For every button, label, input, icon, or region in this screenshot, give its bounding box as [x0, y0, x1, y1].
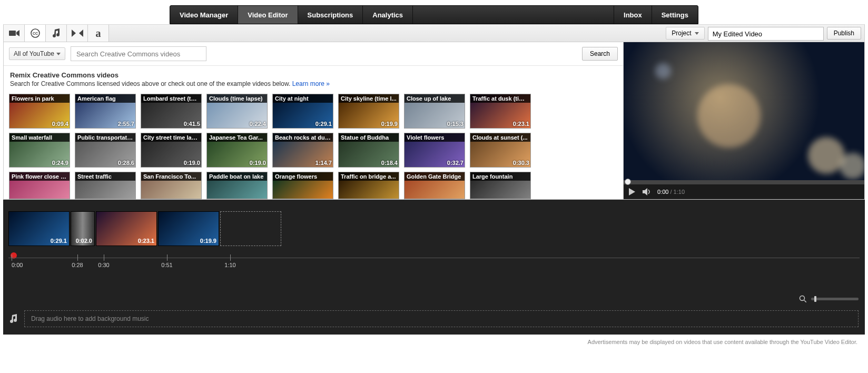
video-thumb[interactable]: City skyline (time l...0:19.9 — [338, 94, 399, 129]
thumb-title: City at night — [273, 94, 333, 103]
clip-duration: 0:29.1 — [51, 238, 67, 244]
video-thumb[interactable]: Flowers in park0:09.4 — [9, 94, 70, 129]
thumb-title: City street time lapse — [141, 133, 201, 142]
thumb-duration: 0:19.0 — [184, 160, 200, 166]
search-button[interactable]: Search — [582, 47, 618, 61]
video-thumb[interactable]: Small waterfall0:24.9 — [9, 133, 70, 168]
search-input[interactable] — [71, 46, 206, 61]
ruler-label: 0:30 — [98, 262, 109, 268]
nav-video-editor[interactable]: Video Editor — [238, 6, 298, 24]
video-thumb[interactable]: Street traffic — [75, 172, 136, 199]
my-videos-tab[interactable] — [4, 25, 25, 42]
video-thumb[interactable]: Golden Gate Bridge — [404, 172, 465, 199]
thumb-title: Traffic on bridge a... — [339, 172, 399, 181]
clip-duration: 0:19.9 — [200, 238, 216, 244]
transitions-tab[interactable] — [67, 25, 88, 42]
thumb-duration: 0:22.4 — [250, 121, 266, 127]
preview-video[interactable] — [624, 42, 864, 180]
thumb-title: San Francisco To... — [141, 172, 201, 181]
audio-tab[interactable] — [46, 25, 67, 42]
video-thumb[interactable]: Japanese Tea Gar...0:19.0 — [206, 133, 268, 168]
thumb-duration: 0:18.4 — [381, 160, 398, 166]
thumb-duration: 0:29.1 — [315, 121, 332, 127]
preview-scrubber[interactable] — [624, 180, 864, 184]
thumb-title: City skyline (time l... — [339, 94, 399, 103]
video-thumb[interactable]: Pink flower close up — [9, 172, 70, 199]
thumb-title: Lombard street (th... — [141, 94, 201, 103]
video-thumb[interactable]: City at night0:29.1 — [272, 94, 333, 129]
timeline-clip[interactable]: 0:29.1 — [8, 211, 70, 246]
timeline: 0:29.10:02.00:23.10:19.9 0:000:280:300:5… — [3, 200, 865, 335]
video-thumb[interactable]: Large fountain — [470, 172, 531, 199]
filter-label: All of YouTube — [14, 50, 54, 57]
project-title-input[interactable] — [708, 27, 824, 41]
video-thumb[interactable]: San Francisco To... — [141, 172, 202, 199]
learn-more-link[interactable]: Learn more » — [292, 80, 330, 87]
video-thumb[interactable]: Traffic at dusk (tim...0:23.1 — [470, 94, 531, 129]
thumb-title: Golden Gate Bridge — [405, 172, 465, 181]
clip-duration: 0:23.1 — [138, 238, 154, 244]
ruler-tick — [230, 254, 231, 261]
source-filter-dropdown[interactable]: All of YouTube — [9, 47, 65, 60]
nav-settings[interactable]: Settings — [652, 6, 698, 24]
ruler-label: 0:28 — [72, 262, 83, 268]
video-thumb[interactable]: Lombard street (th...0:41.5 — [141, 94, 202, 129]
clip-duration: 0:02.0 — [76, 238, 92, 244]
video-thumb[interactable]: Paddle boat on lake — [206, 172, 268, 199]
scrub-handle[interactable] — [625, 179, 631, 185]
thumb-title: Flowers in park — [9, 94, 70, 103]
video-thumb[interactable]: Clouds at sunset (...0:30.3 — [470, 133, 531, 168]
nav-subscriptions[interactable]: Subscriptions — [298, 6, 363, 24]
browser-pane: All of YouTube Search Remix Creative Com… — [3, 42, 624, 200]
timeline-ruler[interactable]: 0:000:280:300:511:10 — [8, 252, 860, 270]
timeline-clip[interactable]: 0:23.1 — [96, 211, 157, 246]
clip-drop-slot[interactable] — [220, 211, 281, 246]
thumb-title: Orange flowers — [273, 172, 333, 181]
caret-down-icon — [56, 53, 61, 55]
ruler-label: 1:10 — [224, 262, 235, 268]
thumb-duration: 0:41.5 — [184, 121, 200, 127]
video-thumb[interactable]: American flag2:55.7 — [75, 94, 136, 129]
video-track[interactable]: 0:29.10:02.00:23.10:19.9 — [3, 200, 865, 249]
thumb-title: Public transportation — [75, 133, 135, 142]
project-dropdown[interactable]: Project — [666, 27, 704, 40]
thumb-title: Violet flowers — [405, 133, 465, 142]
ruler-label: 0:51 — [161, 262, 172, 268]
timeline-clip[interactable]: 0:19.9 — [158, 211, 219, 246]
video-thumb[interactable]: Close up of lake0:15.3 — [404, 94, 465, 129]
thumb-title: Japanese Tea Gar... — [207, 133, 267, 142]
video-thumb[interactable]: Orange flowers — [272, 172, 333, 199]
audio-drop-zone[interactable]: Drag audio here to add background music — [24, 310, 859, 327]
thumb-title: Pink flower close up — [9, 172, 70, 181]
transition-clip[interactable]: 0:02.0 — [71, 211, 95, 246]
cc-videos-tab[interactable]: CC — [25, 25, 46, 42]
editor-toolbar: CC a Project Publish — [3, 24, 865, 42]
ruler-label: 0:00 — [12, 262, 23, 268]
play-button[interactable] — [628, 188, 636, 196]
thumb-title: Clouds at sunset (... — [470, 133, 530, 142]
video-thumb[interactable]: City street time lapse0:19.0 — [141, 133, 202, 168]
nav-inbox[interactable]: Inbox — [614, 6, 652, 24]
publish-button[interactable]: Publish — [827, 27, 861, 40]
ruler-tick — [104, 254, 104, 261]
video-thumb[interactable]: Clouds (time lapse)0:22.4 — [206, 94, 268, 129]
ruler-tick — [12, 254, 12, 261]
nav-analytics[interactable]: Analytics — [363, 6, 413, 24]
svg-point-3 — [800, 296, 805, 301]
video-thumb[interactable]: Statue of Buddha0:18.4 — [338, 133, 399, 168]
thumb-title: American flag — [75, 94, 135, 103]
video-thumb[interactable]: Violet flowers0:32.7 — [404, 133, 465, 168]
zoom-icon[interactable] — [798, 295, 807, 303]
video-thumb[interactable]: Beach rocks at dusk1:14.7 — [272, 133, 333, 168]
ruler-tick — [167, 254, 167, 261]
thumb-duration: 0:32.7 — [447, 160, 463, 166]
thumb-title: Traffic at dusk (tim... — [470, 94, 530, 103]
text-tab[interactable]: a — [88, 25, 109, 42]
footer-disclaimer: Advertisements may be displayed on video… — [0, 335, 868, 356]
video-thumb[interactable]: Public transportation0:28.6 — [75, 133, 136, 168]
video-thumb[interactable]: Traffic on bridge a... — [338, 172, 399, 199]
thumb-title: Large fountain — [470, 172, 530, 181]
nav-video-manager[interactable]: Video Manager — [170, 6, 238, 24]
zoom-slider[interactable] — [811, 298, 859, 300]
mute-button[interactable] — [643, 188, 651, 196]
